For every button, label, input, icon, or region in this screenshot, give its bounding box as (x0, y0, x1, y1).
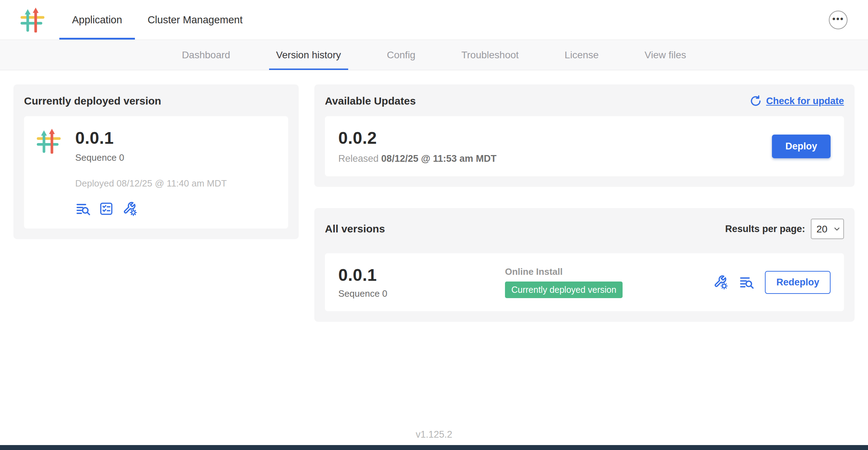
deployed-status-badge: Currently deployed version (505, 282, 623, 298)
tab-application-label: Application (72, 14, 122, 26)
tab-version-history[interactable]: Version history (269, 40, 348, 70)
right-column: Available Updates Check for update 0.0.2… (314, 84, 855, 322)
deploy-logs-icon[interactable] (75, 201, 91, 217)
app-footer: v1.125.2 (0, 429, 868, 440)
row-install-details: Online Install Currently deployed versio… (505, 266, 713, 298)
all-versions-title: All versions (325, 223, 385, 235)
row-sequence-label: Sequence 0 (338, 288, 505, 299)
config-wrench-icon[interactable] (713, 274, 728, 290)
row-actions: Redeploy (713, 271, 831, 294)
deployed-timestamp: Deployed 08/12/25 @ 11:40 am MDT (75, 178, 227, 189)
tab-cluster-management[interactable]: Cluster Management (135, 0, 255, 40)
top-header: Application Cluster Management ••• (0, 0, 868, 40)
app-subnav: Dashboard Version history Config Trouble… (0, 40, 868, 70)
tab-troubleshoot-label: Troubleshoot (461, 49, 518, 61)
released-timestamp: Released 08/12/25 @ 11:53 am MDT (338, 153, 497, 164)
top-nav: Application Cluster Management (59, 0, 255, 40)
deployed-version-panel: 0.0.1 Sequence 0 Deployed 08/12/25 @ 11:… (24, 116, 288, 229)
preflight-checklist-icon[interactable] (99, 201, 114, 217)
update-version-number: 0.0.2 (338, 128, 497, 148)
released-date: 08/12/25 @ 11:53 am MDT (381, 153, 497, 164)
config-wrench-icon[interactable] (122, 201, 137, 217)
currently-deployed-card: Currently deployed version 0.0.1 Sequenc… (13, 84, 299, 239)
redeploy-button[interactable]: Redeploy (765, 271, 831, 294)
ellipsis-icon: ••• (832, 14, 844, 23)
app-logo-icon (20, 0, 45, 40)
tab-config-label: Config (387, 49, 416, 61)
results-per-page-select-wrap: 20 (811, 219, 844, 239)
available-updates-card: Available Updates Check for update 0.0.2… (314, 84, 855, 187)
main-content: Currently deployed version 0.0.1 Sequenc… (0, 70, 868, 322)
currently-deployed-title: Currently deployed version (24, 95, 288, 107)
available-updates-title: Available Updates (325, 95, 416, 107)
overflow-menu-button[interactable]: ••• (829, 11, 848, 29)
tab-dashboard[interactable]: Dashboard (175, 40, 237, 70)
tab-license-label: License (565, 49, 599, 61)
results-per-page-label: Results per page: (725, 224, 805, 235)
check-for-update-label: Check for update (766, 96, 844, 107)
tab-config[interactable]: Config (380, 40, 423, 70)
admin-console-page: Application Cluster Management ••• Dashb… (0, 0, 868, 450)
tab-cluster-management-label: Cluster Management (148, 14, 243, 26)
deploy-logs-icon[interactable] (739, 274, 754, 290)
update-panel: 0.0.2 Released 08/12/25 @ 11:53 am MDT D… (325, 116, 844, 176)
deployed-actions (75, 201, 227, 217)
refresh-icon (750, 95, 762, 107)
results-per-page-select[interactable]: 20 (811, 219, 844, 239)
tab-application[interactable]: Application (59, 0, 135, 40)
deployed-version-number: 0.0.1 (75, 128, 227, 148)
all-versions-card: All versions Results per page: 20 (314, 208, 855, 322)
tab-version-history-label: Version history (276, 49, 341, 61)
deployed-app-icon (36, 128, 61, 217)
results-per-page: Results per page: 20 (725, 219, 844, 239)
deploy-button[interactable]: Deploy (772, 135, 831, 158)
tab-troubleshoot[interactable]: Troubleshoot (454, 40, 525, 70)
tab-view-files-label: View files (644, 49, 686, 61)
row-version-number: 0.0.1 (338, 265, 505, 285)
footer-version: v1.125.2 (416, 429, 452, 440)
tab-view-files[interactable]: View files (637, 40, 693, 70)
tab-dashboard-label: Dashboard (182, 49, 230, 61)
all-versions-header: All versions Results per page: 20 (325, 219, 844, 239)
update-details: 0.0.2 Released 08/12/25 @ 11:53 am MDT (338, 128, 497, 164)
released-label: Released (338, 153, 379, 164)
available-updates-header: Available Updates Check for update (325, 95, 844, 107)
tab-license[interactable]: License (558, 40, 606, 70)
install-type-label: Online Install (505, 266, 713, 277)
bottom-strip (0, 445, 868, 450)
version-row: 0.0.1 Sequence 0 Online Install Currentl… (325, 253, 844, 311)
deployed-version-details: 0.0.1 Sequence 0 Deployed 08/12/25 @ 11:… (75, 128, 227, 217)
row-version-details: 0.0.1 Sequence 0 (338, 265, 505, 299)
deployed-sequence-label: Sequence 0 (75, 152, 227, 163)
check-for-update-link[interactable]: Check for update (750, 95, 844, 107)
